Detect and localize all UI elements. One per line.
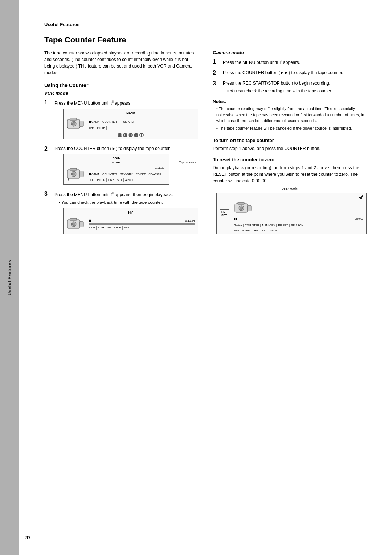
- step-number: 1: [44, 99, 52, 106]
- vcr-diag2: COU-NTER: [63, 154, 169, 185]
- vcr-step-2: 2 Press the COUNTER button (►) to displa…: [44, 145, 198, 187]
- camcorder-icon-3: [66, 216, 86, 232]
- turn-off-text: Perform step 1 above, and press the COUN…: [213, 145, 367, 152]
- step-number-2: 2: [44, 145, 52, 152]
- svg-rect-18: [238, 202, 244, 204]
- camcorder-icon: [66, 116, 86, 132]
- section-header: Useful Features: [44, 22, 367, 29]
- svg-point-9: [72, 173, 75, 175]
- camcorder-icon-2: [66, 166, 86, 182]
- page: Useful Features Useful Features Tape Cou…: [0, 0, 392, 555]
- right-column: Camera mode 1 Press the MENU button unti…: [213, 50, 367, 240]
- rewind-btn: ◄◄: [118, 133, 122, 137]
- left-column: The tape counter shows elapsed playback …: [44, 50, 198, 240]
- svg-point-20: [240, 207, 243, 210]
- reset-diag: RE-SET Hi8: [216, 193, 367, 234]
- step-content: Press the MENU button until  appears. …: [54, 99, 198, 142]
- note-1: The counter reading may differ slightly …: [213, 106, 367, 124]
- svg-rect-12: [80, 221, 83, 227]
- step-number-3: 3: [44, 190, 52, 197]
- camera-mode-title: Camera mode: [213, 50, 367, 55]
- camcorder-icon-reset: [234, 200, 254, 216]
- turn-off-section: To turn off the tape counter Perform ste…: [213, 138, 367, 152]
- svg-rect-2: [70, 118, 77, 120]
- svg-rect-7: [70, 168, 77, 170]
- section-title-text: Useful Features: [44, 22, 80, 27]
- step-text: Press the MENU button until  appears.: [54, 101, 132, 106]
- reset-label-box: RE-SET: [220, 209, 229, 218]
- intro-text: The tape counter shows elapsed playback …: [44, 50, 198, 76]
- tape-counter-line: [169, 165, 191, 165]
- ff-btn: ►►: [128, 133, 133, 137]
- step2-text: Press the COUNTER button (►) to display …: [54, 146, 171, 151]
- sidebar-label: Useful Features: [7, 260, 12, 295]
- svg-rect-1: [80, 121, 83, 127]
- cam-step-2: 2 Press the COUNTER button (►►) to displ…: [213, 69, 367, 76]
- cam-step-1: 1 Press the MENU button until  appears…: [213, 58, 367, 66]
- vcr-mode-label: VCR mode: [213, 187, 367, 191]
- svg-point-15: [72, 223, 75, 226]
- vcr-diag1: MENU: [63, 109, 198, 139]
- pause-btn: ❚❚: [139, 133, 144, 137]
- vcr-step-3: 3 Press the MENU button until  appears…: [44, 190, 198, 237]
- vcr-diag3: Hi8: [63, 208, 198, 234]
- svg-rect-17: [248, 205, 251, 211]
- turn-off-title: To turn off the tape counter: [213, 138, 367, 143]
- step3-text: Press the MENU button until  appears, …: [54, 192, 173, 197]
- note-2: The tape counter feature will be cancele…: [213, 125, 367, 131]
- vcr-mode-title: VCR mode: [44, 90, 198, 96]
- tape-counter-label: Tape counter: [179, 160, 196, 165]
- using-counter-title: Using the Counter: [44, 82, 198, 88]
- page-title: Tape Counter Feature: [44, 35, 367, 45]
- svg-point-4: [72, 122, 75, 125]
- notes-section: Notes: The counter reading may differ sl…: [213, 99, 367, 131]
- play-btn: ►: [123, 133, 127, 137]
- svg-rect-13: [70, 218, 77, 220]
- reset-title: To reset the counter to zero: [213, 157, 367, 162]
- page-number: 37: [25, 535, 30, 540]
- cam-step-3: 3 Press the REC START/STOP button to beg…: [213, 80, 367, 94]
- vcr-step-1: 1 Press the MENU button until  appears…: [44, 99, 198, 142]
- reset-section: To reset the counter to zero During play…: [213, 157, 367, 234]
- rec-btn: ●: [134, 133, 138, 137]
- notes-title: Notes:: [213, 99, 367, 104]
- reset-text: During playback (or recording), perform …: [213, 165, 367, 184]
- svg-rect-6: [80, 171, 83, 177]
- step3-bullet: You can check the playback time with the…: [54, 199, 198, 206]
- step-content-2: Press the COUNTER button (►) to display …: [54, 145, 198, 187]
- step-content-3: Press the MENU button until  appears, …: [54, 190, 198, 237]
